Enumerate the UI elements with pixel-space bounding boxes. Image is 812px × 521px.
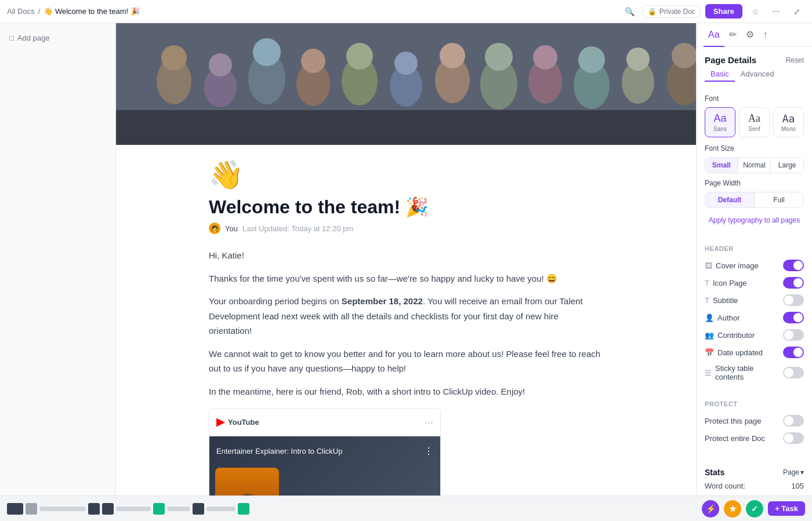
taskbar-left	[7, 503, 249, 515]
contributor-toggle-row: 👥 Contributor	[705, 326, 804, 344]
avatar-yellow[interactable]: ★	[724, 500, 741, 518]
doc-meta: 🧑 You Last Updated: Today at 12:20 pm	[209, 223, 603, 234]
svg-point-24	[672, 43, 696, 68]
sticky-toc-label: ☰ Sticky table contents	[705, 364, 783, 381]
protect-section-label: PROTECT	[705, 400, 804, 407]
video-more-options[interactable]: ⋯	[425, 415, 433, 430]
font-sans-option[interactable]: Aa Sans	[705, 107, 735, 137]
author-toggle[interactable]	[783, 312, 804, 323]
apply-typography-link[interactable]: Apply typography to all pages	[705, 214, 804, 229]
stats-section: Stats Page ▾ Word count: 105 Characters:…	[697, 457, 812, 496]
reset-button[interactable]: Reset	[786, 56, 804, 64]
svg-point-12	[394, 52, 418, 75]
right-panel: Aa ✏ ⚙ ↑ Page Details Reset Basic Advanc…	[696, 23, 812, 496]
header-section-label: HEADER	[705, 245, 804, 252]
panel-header: Page Details Reset	[697, 47, 812, 67]
youtube-embed: ▶ YouTube ⋯ Entertainer Explainer: Intro…	[209, 408, 441, 496]
tab-style[interactable]: ✏	[724, 23, 741, 47]
sticky-toc-toggle[interactable]	[783, 367, 804, 378]
svg-point-22	[626, 48, 650, 71]
taskbar-item-1[interactable]	[7, 503, 23, 515]
contributor-toggle[interactable]	[783, 329, 804, 341]
lock-icon: 🔒	[648, 8, 657, 16]
breadcrumb: All Docs / 👋 Welcome to the team! 🎉	[7, 7, 140, 16]
share-button[interactable]: Share	[705, 4, 742, 19]
size-large-button[interactable]: Large	[771, 158, 803, 173]
topbar: All Docs / 👋 Welcome to the team! 🎉 🔍 🔒 …	[0, 0, 812, 23]
task-button[interactable]: + Task	[768, 501, 805, 516]
word-count-value: 105	[791, 482, 804, 490]
taskbar-item-3[interactable]	[88, 503, 100, 515]
page-icon-toggle[interactable]	[783, 277, 804, 289]
contributor-label: 👥 Contributor	[705, 331, 755, 340]
taskbar-item-7[interactable]	[238, 503, 249, 515]
author-name: You	[225, 224, 238, 233]
font-serif-option[interactable]: Aa Serif	[739, 107, 770, 137]
taskbar-right: ⚡ ★ ✓ + Task	[702, 500, 805, 518]
panel-tabs: Aa ✏ ⚙ ↑	[697, 23, 812, 47]
author-avatar: 🧑	[209, 223, 220, 234]
font-serif-name: Serif	[742, 126, 767, 132]
star-icon[interactable]: ☆	[747, 3, 763, 20]
page-icon-label: T Icon Page	[705, 279, 747, 287]
private-doc-badge[interactable]: 🔒 Private Doc	[643, 5, 701, 18]
sticky-toc-icon: ☰	[705, 369, 712, 377]
doc-paragraph-greeting: Hi, Katie!	[209, 248, 603, 263]
avatar-purple[interactable]: ⚡	[702, 500, 719, 518]
font-size-label: Font Size	[705, 144, 804, 152]
youtube-video-area[interactable]: Entertainer Explainer: Intro to ClickUp …	[209, 436, 440, 496]
doc-content: 👋 Welcome to the team! 🎉 🧑 You Last Upda…	[186, 145, 626, 496]
youtube-label: YouTube	[228, 416, 259, 429]
video-options[interactable]: ⋮	[424, 443, 433, 459]
protect-doc-toggle[interactable]	[783, 432, 804, 444]
size-small-button[interactable]: Small	[705, 158, 738, 173]
author-toggle-row: 👤 Author	[705, 309, 804, 326]
svg-point-16	[485, 43, 513, 71]
date-updated-label: 📅 Date updated	[705, 348, 763, 357]
size-normal-button[interactable]: Normal	[738, 158, 771, 173]
tab-export[interactable]: ↑	[759, 24, 773, 47]
sub-tab-basic[interactable]: Basic	[705, 67, 735, 82]
protect-page-toggle[interactable]	[783, 415, 804, 427]
taskbar-progress-2	[116, 507, 151, 511]
doc-paragraph-thanks: Thanks for the time you've spent with us…	[209, 271, 603, 286]
width-default-button[interactable]: Default	[705, 192, 755, 207]
taskbar-item-2[interactable]	[26, 503, 37, 515]
svg-point-4	[209, 53, 232, 76]
taskbar-item-6[interactable]	[193, 503, 204, 515]
subtitle-toggle[interactable]	[783, 294, 804, 306]
width-full-button[interactable]: Full	[755, 192, 803, 207]
protect-section: PROTECT Protect this page Protect entire…	[697, 395, 812, 453]
word-count-label: Word count:	[705, 482, 745, 490]
sub-tab-advanced[interactable]: Advanced	[735, 67, 780, 82]
header-section: HEADER 🖼 Cover image T Icon Page T Sub	[697, 239, 812, 390]
tab-settings[interactable]: ⚙	[741, 23, 759, 47]
tab-typography[interactable]: Aa	[704, 24, 724, 47]
expand-icon[interactable]: ⤢	[789, 3, 805, 20]
more-options-icon[interactable]: ⋯	[768, 3, 784, 20]
font-options: Aa Sans Aa Serif Aa Mono	[705, 107, 804, 137]
svg-point-2	[161, 45, 187, 71]
breadcrumb-separator: /	[38, 7, 41, 16]
font-label: Font	[705, 94, 804, 103]
contributor-icon: 👥	[705, 331, 714, 340]
avatar-green[interactable]: ✓	[746, 500, 763, 518]
left-sidebar: □ Add page	[0, 23, 116, 496]
svg-point-18	[533, 45, 557, 70]
breadcrumb-current: 👋 Welcome to the team! 🎉	[44, 7, 139, 16]
cover-image	[116, 23, 696, 145]
taskbar-item-5[interactable]	[153, 503, 165, 515]
cover-image-toggle[interactable]	[783, 260, 804, 271]
cover-image-toggle-row: 🖼 Cover image	[705, 257, 804, 274]
protect-page-label: Protect this page	[705, 417, 762, 425]
font-mono-option[interactable]: Aa Mono	[773, 107, 804, 137]
date-updated-toggle[interactable]	[783, 347, 804, 358]
author-label: 👤 Author	[705, 314, 740, 322]
add-page-button[interactable]: □ Add page	[0, 30, 115, 46]
taskbar-item-4[interactable]	[102, 503, 114, 515]
stats-page-dropdown[interactable]: Page ▾	[783, 468, 804, 476]
breadcrumb-root[interactable]: All Docs	[7, 7, 35, 16]
add-page-icon: □	[9, 34, 14, 42]
search-icon[interactable]: 🔍	[622, 3, 638, 20]
taskbar-progress	[39, 507, 86, 511]
